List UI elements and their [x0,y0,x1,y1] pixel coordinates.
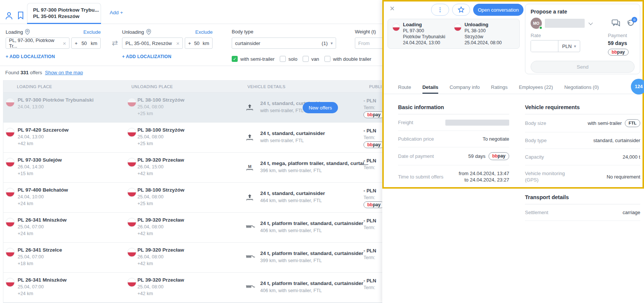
vehicle-line1: 24 t, standard, curtainsider [260,130,325,136]
vehicle-line1: 24 t, platform trailer, standard, curtai… [260,280,363,286]
detail-value: To negotiate [483,136,509,142]
panel-tab-employees-22[interactable]: Employees (22) [519,80,553,94]
panel-tab-negotiations-0[interactable]: Negotiations (0) [564,80,599,94]
detail-row: Capacity24,000 t [525,149,640,165]
chat-icon[interactable] [611,19,620,28]
remove-unloading-location-icon[interactable]: × [176,40,179,46]
currency-select[interactable]: PLN ▾ [558,40,580,52]
route-unloading-datetime: 25.04.2024, 08:00 [465,40,502,46]
loading-date: 24.04, 10:00 [18,194,44,200]
close-panel-icon[interactable]: × [390,4,395,13]
panel-tab-ratings[interactable]: Ratings [491,80,508,94]
avatar: MO [531,18,542,29]
vehicle-line1: 24 t, mega, platform trailer, standard, … [260,160,368,166]
chevron-down-icon: ▾ [330,41,333,46]
unloading-name: PL 39-320 Przecław [137,247,184,253]
rate-label: Rate [531,33,580,38]
route-loading-datetime: 24.04.2024, 13:00 [403,40,445,46]
loading-location-chip[interactable]: PL, 97-300, Piotrkow Tr... × [6,38,69,49]
star-icon [457,6,465,14]
unloading-name: PL 39-320 Przecław [137,217,184,223]
ftl-badge: FTL [625,119,640,127]
unloading-exclude-link[interactable]: Exclude [195,29,213,35]
more-options-button[interactable]: ⋮ [431,4,449,16]
trailer-standard-icon [246,193,254,202]
bbpay-badge: bbpay [363,201,384,208]
show-on-map-link[interactable]: Show on the map [45,70,83,75]
loading-name: PL 97-400 Bełchatów [18,187,68,193]
chevron-down-icon[interactable] [588,21,593,25]
favorite-button[interactable] [452,4,470,16]
detail-row: Settlementcarriage [525,204,640,221]
vehicle-option-checkbox[interactable]: van [303,56,319,62]
loading-radius-input[interactable]: + 50 km [71,38,101,49]
unloading-add-localization-link[interactable]: + ADD LOCALIZATION [122,54,171,59]
new-offers-button[interactable]: New offers [303,102,338,113]
search-tab-active[interactable]: PL 97-300 Piotrkow Trybu... PL 35-001 Rz… [27,3,101,24]
unloading-distance: +25 km [137,201,153,206]
vehicle-line2: 396 km, with semi-trailer, FTL [260,168,322,173]
loading-date: 25.04, 07:00 [18,224,44,230]
panel-tab-route[interactable]: Route [398,80,411,94]
rate-history-icon[interactable]: 0 [626,19,635,28]
add-tab-button[interactable]: Add + [110,10,123,15]
price-term: Term: [363,285,375,290]
detail-value [445,120,509,126]
bbpay-badge: bbpay [489,152,509,160]
price-term: Term: [363,225,375,230]
vehicle-line2: 399 km, with semi-trailer, FTL [260,258,322,263]
unloading-name: PL 38-100 Strzyżów [137,187,184,193]
vehicle-option-checkbox[interactable]: with double trailer [324,56,371,62]
notification-count-badge[interactable]: 124 [631,79,644,94]
unloading-distance: +42 km [137,261,153,266]
price-value: - PLN [363,98,376,104]
price-value: - PLN [363,278,376,284]
detail-label: Settlement [525,209,548,216]
unloading-location-chip[interactable]: PL, 35-001, Rzeszów × [122,38,183,49]
vehicle-option-checkbox[interactable]: solo [280,56,297,62]
poland-flag-icon [6,218,15,227]
vehicle-requirements-section: Vehicle requirements Body sizewith semi-… [525,104,640,188]
detail-label: Time to submit offers [398,174,443,180]
send-rate-button[interactable]: Send [531,61,635,73]
checkbox-unchecked-icon[interactable] [280,56,286,62]
rate-input[interactable] [531,40,558,52]
detail-value: 59 daysbbpay [468,152,509,160]
loading-add-localization-link[interactable]: + ADD LOCALIZATION [6,54,55,59]
checkbox-unchecked-icon[interactable] [303,56,309,62]
redacted-value-bar [445,120,509,126]
offer-detail-panel: × ⋮ Open conversation Loading PL 97-300 … [382,0,644,303]
poland-flag-icon [127,188,136,197]
loading-exclude-link[interactable]: Exclude [83,29,101,35]
panel-tab-details[interactable]: Details [422,80,439,94]
vehicle-option-checkbox[interactable]: ✓with semi-trailer [232,56,274,62]
price-term: Term: [363,195,375,200]
checkbox-unchecked-icon[interactable] [324,56,330,62]
unloading-distance: +42 km [137,291,153,296]
vehicle-line1: 24 t, standard, curtainsider [260,190,325,196]
swap-directions-icon[interactable]: ⇄ [112,39,118,47]
kebab-icon: ⋮ [437,6,443,13]
loading-distance: +24 km [18,231,33,236]
open-conversation-button[interactable]: Open conversation [473,4,523,16]
vehicle-line2: 406 km, with semi-trailer, FTL [260,228,322,233]
detail-row: Body typestandard, curtainsider [525,132,640,149]
price-value: - PLN [363,158,376,164]
trailer-standard-icon [246,133,254,142]
vehicle-line2: with semi-trailer, FTL [260,108,304,113]
body-type-select[interactable]: curtainsider (1) ▾ [232,38,336,49]
loading-name: PL 97-330 Sulejów [18,157,62,163]
vehicle-option-label: van [311,56,319,62]
trailer-mega-icon: M [246,163,254,172]
profile-icon[interactable] [5,11,14,21]
checkbox-checked-icon[interactable]: ✓ [232,56,238,62]
route-unloading-block: Unloading PL 38-100 Strzyżów 25.04.2024,… [454,22,502,46]
panel-tab-company-info[interactable]: Company info [449,80,480,94]
bookmark-icon[interactable] [17,11,24,21]
remove-loading-location-icon[interactable]: × [63,40,66,46]
detail-value: No requirement [606,174,640,180]
detail-label: Body size [525,120,546,126]
vehicle-line2: 406 km, with semi-trailer, FTL [260,288,322,293]
unloading-radius-input[interactable]: + 50 km [185,38,213,49]
poland-flag-icon [6,128,15,137]
